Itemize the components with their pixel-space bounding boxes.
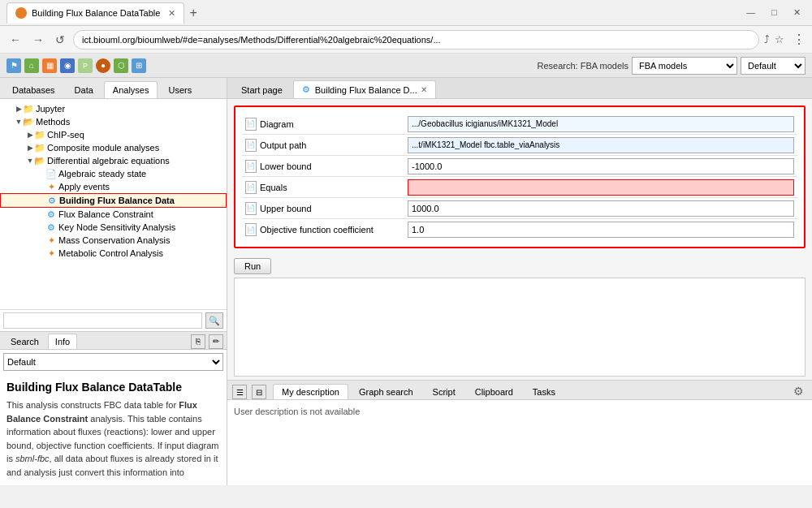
bottom-panel-icon2[interactable]: ⊟	[252, 385, 266, 399]
output-path-input[interactable]	[408, 137, 794, 153]
reload-button[interactable]: ↺	[52, 32, 68, 48]
app-toolbar: ⚑ ⌂ ▦ ◉ P ● ⬡ ⊞ Research: FBA models FBA…	[0, 54, 812, 78]
info-title: Building Flux Balance DataTable	[6, 381, 220, 394]
obj-function-input[interactable]	[408, 222, 794, 238]
form-label-lowerbound: Lower bound	[260, 161, 312, 171]
app-icon-4[interactable]: ◉	[60, 58, 75, 73]
tree-label-applyevents: Apply events	[58, 182, 110, 192]
info-content: Building Flux Balance DataTable This ana…	[0, 376, 227, 485]
browser-titlebar: Building Flux Balance DataTable ✕ + — □ …	[0, 0, 812, 26]
info-tab-search[interactable]: Search	[3, 334, 46, 349]
doc-icon-upperbound: 📄	[245, 202, 257, 215]
default-select[interactable]: Default	[741, 57, 806, 75]
form-row-upperbound: 📄 Upper bound	[242, 198, 797, 219]
form-label-cell-upperbound: 📄 Upper bound	[242, 200, 404, 217]
expand-icon-diffaleq[interactable]: ▼	[26, 157, 34, 165]
expand-icon-jupyter[interactable]: ▶	[15, 105, 23, 113]
tree-item-fluxbalance[interactable]: ⚙ Flux Balance Constraint	[0, 208, 227, 221]
bottom-tab-tasks[interactable]: Tasks	[524, 384, 564, 399]
tree-item-buildingflux[interactable]: ⚙ Building Flux Balance Data	[0, 193, 227, 208]
sidebar-tab-data[interactable]: Data	[66, 81, 102, 98]
bottom-tab-script[interactable]: Script	[424, 384, 464, 399]
equals-input[interactable]	[408, 179, 794, 196]
address-bar[interactable]	[73, 30, 759, 50]
content-area: Start page ⚙ Building Flux Balance D... …	[227, 78, 812, 485]
tab-icon-building: ⚙	[302, 84, 310, 95]
app-icon-5[interactable]: P	[78, 58, 93, 73]
tree-item-keynodesen[interactable]: ⚙ Key Node Sensitivity Analysis	[0, 221, 227, 234]
lower-bound-input[interactable]	[408, 158, 794, 174]
bottom-gear-icon[interactable]: ⚙	[790, 383, 807, 399]
content-tab-building[interactable]: ⚙ Building Flux Balance D... ✕	[293, 80, 436, 98]
form-value-cell-diagram	[404, 114, 797, 134]
browser-tab[interactable]: Building Flux Balance DataTable ✕	[6, 2, 184, 24]
browser-toolbar: ← → ↺ ⤴ ☆ ⋮	[0, 26, 812, 54]
browser-menu-btn[interactable]: ⋮	[793, 32, 806, 47]
window-close-btn[interactable]: ✕	[788, 6, 806, 19]
sidebar-tab-users[interactable]: Users	[159, 81, 201, 98]
folder-icon-chipseq: 📁	[34, 129, 45, 140]
info-tab-info[interactable]: Info	[48, 334, 77, 349]
tree-item-algsteady[interactable]: 📄 Algebraic steady state	[0, 167, 227, 180]
tree-item-jupyter[interactable]: ▶ 📁 Jupyter	[0, 102, 227, 115]
window-minimize-btn[interactable]: —	[741, 6, 760, 19]
gear-icon-buildingflux: ⚙	[46, 195, 58, 206]
form-row-output: 📄 Output path	[242, 135, 797, 156]
app-icon-6[interactable]: ●	[96, 58, 110, 73]
content-tab-start[interactable]: Start page	[232, 81, 292, 98]
form-label-output: Output path	[260, 140, 307, 150]
tree-item-diffaleq[interactable]: ▼ 📂 Differential algebraic equations	[0, 154, 227, 167]
info-icon-copy[interactable]: ⎘	[191, 334, 205, 349]
sidebar: Databases Data Analyses Users ▶ 📁 Jupyte…	[0, 78, 227, 485]
tree-item-chipseq[interactable]: ▶ 📁 ChIP-seq	[0, 128, 227, 141]
content-tab-start-label: Start page	[241, 85, 283, 95]
tree-item-metabolic[interactable]: ✦ Metabolic Control Analysis	[0, 247, 227, 260]
form-label-cell-objfunc: 📄 Objective function coefficient	[242, 222, 404, 238]
form-value-cell-lowerbound	[404, 157, 797, 176]
window-maximize-btn[interactable]: □	[767, 6, 782, 19]
tree-item-massconserv[interactable]: ✦ Mass Conservation Analysis	[0, 234, 227, 247]
diagram-input[interactable]	[408, 116, 794, 132]
research-select[interactable]: FBA models	[632, 57, 737, 75]
tab-close-btn[interactable]: ✕	[168, 8, 175, 19]
content-tabs: Start page ⚙ Building Flux Balance D... …	[227, 78, 812, 99]
tree-search-button[interactable]: 🔍	[205, 312, 223, 329]
tree-area[interactable]: ▶ 📁 Jupyter ▼ 📂 Methods ▶ 📁 ChIP-seq	[0, 99, 227, 309]
tree-item-methods[interactable]: ▼ 📂 Methods	[0, 115, 227, 128]
expand-icon-methods[interactable]: ▼	[15, 118, 23, 126]
bookmark-icon[interactable]: ☆	[775, 33, 784, 45]
app-icon-2[interactable]: ⌂	[24, 58, 39, 73]
upper-bound-input[interactable]	[408, 200, 794, 217]
tree-item-composite[interactable]: ▶ 📁 Composite module analyses	[0, 141, 227, 154]
doc-icon-output: 📄	[245, 139, 257, 152]
app-icon-3[interactable]: ▦	[42, 58, 57, 73]
bottom-tab-clipboard[interactable]: Clipboard	[466, 384, 522, 399]
share-icon[interactable]: ⤴	[764, 33, 770, 45]
app-icon-8[interactable]: ⊞	[132, 58, 146, 73]
sidebar-tab-databases[interactable]: Databases	[3, 81, 64, 98]
new-tab-btn[interactable]: +	[189, 6, 197, 19]
tree-label-chipseq: ChIP-seq	[47, 130, 84, 140]
back-button[interactable]: ←	[6, 32, 24, 48]
tree-search-input[interactable]	[3, 312, 202, 329]
expand-icon-composite[interactable]: ▶	[26, 144, 34, 152]
app-icon-7[interactable]: ⬡	[114, 58, 128, 73]
gear-icon-fluxbalance: ⚙	[45, 209, 57, 220]
app-icon-1[interactable]: ⚑	[6, 58, 21, 73]
window-controls: — □ ✕	[741, 6, 806, 19]
content-tab-close-btn[interactable]: ✕	[421, 85, 427, 94]
sidebar-tab-analyses[interactable]: Analyses	[104, 81, 158, 98]
run-button[interactable]: Run	[234, 258, 271, 274]
tree-item-applyevents[interactable]: ✦ Apply events	[0, 180, 227, 193]
info-tabs: Search Info ⎘ ✏	[0, 332, 227, 350]
info-dropdown[interactable]: Default	[3, 353, 223, 371]
expand-icon-chipseq[interactable]: ▶	[26, 131, 34, 139]
info-icon-edit[interactable]: ✏	[209, 334, 223, 349]
forward-button[interactable]: →	[29, 32, 47, 48]
form-label-cell-equals: 📄 Equals	[242, 179, 404, 196]
bottom-panel-icon1[interactable]: ☰	[232, 385, 247, 399]
form-value-cell-upperbound	[404, 199, 797, 218]
bottom-tab-mydesc[interactable]: My description	[273, 384, 348, 399]
bottom-tab-graphsearch[interactable]: Graph search	[350, 384, 422, 399]
form-value-cell-equals	[404, 178, 797, 197]
